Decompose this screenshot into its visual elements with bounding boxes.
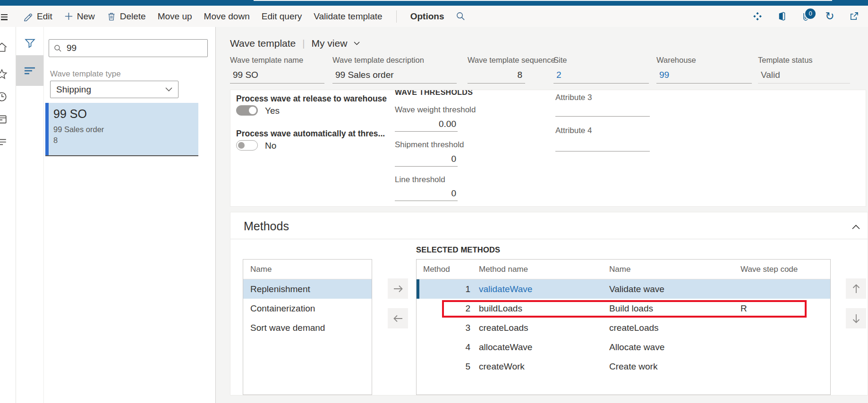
cell-wave-step-code: [734, 357, 830, 376]
process-wave-at-release-toggle[interactable]: [236, 105, 258, 116]
validate-template-button[interactable]: Validate template: [314, 11, 382, 22]
cell-wave-step-code: [734, 337, 830, 357]
weight-threshold-input[interactable]: 0.00: [395, 114, 458, 132]
site-link[interactable]: 2: [553, 67, 649, 84]
filter-pane-button[interactable]: [24, 37, 36, 51]
field-value-input[interactable]: 8: [468, 67, 525, 84]
methods-section-title: Methods: [244, 219, 289, 233]
available-method-row[interactable]: Sort wave demand: [243, 318, 372, 337]
delete-label: Delete: [120, 11, 146, 22]
toggle-knob: [249, 107, 256, 114]
move-method-up-button[interactable]: [846, 278, 866, 299]
validate-template-label: Validate template: [314, 11, 382, 22]
collapse-section-button[interactable]: [852, 223, 860, 231]
list-item-99-so[interactable]: 99 SO 99 Sales order 8: [45, 103, 198, 156]
cell-method-name: createLoads: [472, 318, 603, 337]
list-view-button[interactable]: [16, 55, 43, 86]
type-filter-select[interactable]: Shipping: [50, 81, 179, 98]
nav-workspaces-button[interactable]: [0, 114, 8, 125]
field-label: Wave template name: [230, 56, 324, 67]
selection-accent-bar: [45, 103, 49, 155]
trash-icon: [107, 11, 116, 21]
column-header[interactable]: Method name: [472, 260, 603, 279]
cell-wave-step-code: R: [734, 299, 830, 318]
bottom-gutter: [216, 395, 868, 403]
edit-query-button[interactable]: Edit query: [262, 11, 302, 22]
line-threshold-input[interactable]: 0: [395, 183, 458, 201]
selected-methods-title: SELECTED METHODS: [416, 245, 500, 254]
selected-methods-grid: Method sequ... Method name Name Wave ste…: [416, 259, 831, 395]
toolbar-search-button[interactable]: [456, 11, 466, 21]
cell-name: Create work: [603, 357, 734, 376]
column-header[interactable]: Name: [603, 260, 734, 279]
diamonds-icon: [752, 11, 763, 22]
column-header[interactable]: Method sequ...: [417, 260, 472, 279]
nav-recent-button[interactable]: [0, 91, 8, 102]
available-methods-list: Name Replenishment Containerization Sort…: [243, 259, 372, 395]
process-wave-automatically-toggle[interactable]: [236, 140, 258, 151]
grid-row[interactable]: 1 validateWave Validate wave: [417, 279, 830, 299]
title-separator: |: [302, 38, 305, 49]
move-down-button[interactable]: Move down: [204, 11, 250, 22]
refresh-icon: ↻: [825, 11, 834, 22]
cell-name: Build loads: [603, 299, 734, 318]
warehouse-link[interactable]: 99: [656, 67, 752, 84]
arrow-down-icon: [851, 313, 862, 324]
cell-method-name-link[interactable]: validateWave: [472, 279, 603, 299]
grid-row[interactable]: 3 createLoads createLoads: [417, 318, 830, 337]
chevron-down-icon[interactable]: [354, 42, 360, 45]
shipment-threshold-value: 0: [451, 154, 456, 164]
nav-modules-button[interactable]: [0, 136, 8, 148]
line-threshold-value: 0: [451, 188, 456, 199]
pencil-icon: [23, 11, 33, 21]
hamburger-icon[interactable]: [1, 13, 8, 19]
edit-button[interactable]: Edit: [23, 11, 52, 22]
attribute3-input[interactable]: [555, 100, 650, 117]
grid-row[interactable]: 4 allocateWave Allocate wave: [417, 337, 830, 357]
shipment-threshold-input[interactable]: 0: [395, 149, 458, 167]
form-icon: [0, 114, 8, 125]
move-up-button[interactable]: Move up: [158, 11, 192, 22]
new-label: New: [77, 11, 95, 22]
add-method-button[interactable]: [388, 278, 408, 299]
refresh-button[interactable]: ↻: [824, 11, 835, 22]
plus-icon: [64, 12, 73, 21]
remove-method-button[interactable]: [388, 308, 408, 328]
field-warehouse: Warehouse 99: [656, 56, 752, 84]
new-button[interactable]: New: [64, 11, 95, 22]
section-divider: [230, 239, 868, 239]
attachments-button[interactable]: 0: [800, 11, 811, 22]
toggle1-value: Yes: [265, 106, 280, 116]
column-header[interactable]: Wave step code: [734, 260, 830, 279]
search-icon: [456, 11, 466, 21]
cell-name: Validate wave: [603, 279, 734, 299]
nav-home-button[interactable]: [0, 42, 8, 53]
delete-button[interactable]: Delete: [107, 11, 146, 22]
toggle2-value: No: [265, 141, 276, 151]
field-wave-template-sequence: Wave template sequence 8: [468, 56, 525, 84]
field-label: Wave template sequence: [468, 56, 525, 67]
arrow-up-icon: [851, 283, 862, 294]
cell-sequence: 2: [417, 299, 472, 318]
move-up-label: Move up: [158, 11, 192, 22]
move-method-down-button[interactable]: [846, 308, 866, 328]
record-search-input[interactable]: 99: [49, 39, 208, 57]
list-lines-icon: [24, 67, 35, 75]
field-value-input[interactable]: 99 Sales order: [332, 67, 457, 84]
view-selector[interactable]: My view: [311, 38, 347, 49]
task-recorder-button[interactable]: [752, 11, 763, 22]
list-item-subtitle: 99 Sales order: [53, 125, 104, 134]
open-in-new-window-button[interactable]: [848, 11, 859, 22]
grid-row[interactable]: 5 createWork Create work: [417, 357, 830, 376]
field-value-input[interactable]: 99 SO: [230, 67, 324, 84]
weight-threshold-value: 0.00: [439, 119, 456, 129]
grid-row[interactable]: 2 buildLoads Build loads R: [417, 299, 830, 318]
office-apps-button[interactable]: [776, 11, 787, 22]
cell-wave-step-code: [734, 279, 830, 299]
nav-favorites-button[interactable]: [0, 68, 8, 80]
available-method-row[interactable]: Containerization: [243, 299, 372, 318]
options-button[interactable]: Options: [410, 11, 444, 22]
attribute4-input[interactable]: [555, 134, 650, 151]
available-method-row[interactable]: Replenishment: [243, 279, 372, 299]
field-template-status: Template status Valid: [758, 56, 850, 84]
